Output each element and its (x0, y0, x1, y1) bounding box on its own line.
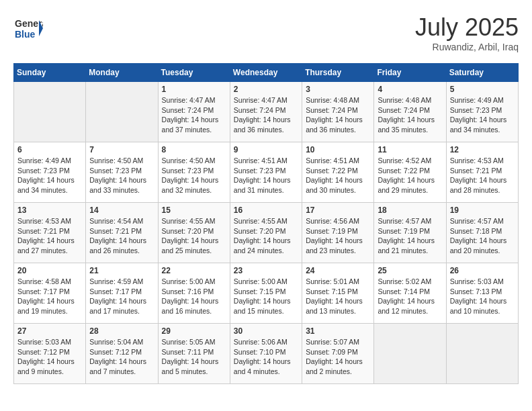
day-cell: 31 Sunrise: 5:07 AM Sunset: 7:09 PM Dayl… (302, 324, 374, 384)
cell-content: Sunrise: 4:48 AM Sunset: 7:24 PM Dayligh… (306, 95, 370, 135)
header-cell-tuesday: Tuesday (158, 64, 230, 82)
day-cell: 4 Sunrise: 4:48 AM Sunset: 7:24 PM Dayli… (374, 82, 446, 142)
cell-content: Sunrise: 5:02 AM Sunset: 7:14 PM Dayligh… (378, 277, 442, 316)
svg-text:Blue: Blue (15, 29, 36, 40)
day-cell: 2 Sunrise: 4:47 AM Sunset: 7:24 PM Dayli… (230, 82, 302, 142)
day-number: 12 (450, 145, 515, 154)
day-cell: 7 Sunrise: 4:50 AM Sunset: 7:23 PM Dayli… (86, 142, 158, 203)
header-cell-wednesday: Wednesday (230, 64, 302, 82)
day-cell: 24 Sunrise: 5:01 AM Sunset: 7:15 PM Dayl… (302, 263, 374, 324)
day-number: 11 (378, 145, 442, 154)
day-cell: 14 Sunrise: 4:54 AM Sunset: 7:21 PM Dayl… (86, 203, 158, 263)
header-cell-thursday: Thursday (302, 64, 374, 82)
month-title: July 2025 (415, 13, 519, 42)
svg-text:General: General (15, 18, 43, 29)
day-number: 23 (234, 266, 298, 275)
day-number: 14 (89, 205, 154, 215)
day-number: 24 (306, 266, 370, 275)
day-cell: 8 Sunrise: 4:50 AM Sunset: 7:23 PM Dayli… (158, 142, 230, 203)
cell-content: Sunrise: 4:57 AM Sunset: 7:19 PM Dayligh… (378, 216, 442, 256)
day-number: 20 (17, 266, 82, 275)
day-number: 15 (162, 205, 226, 215)
day-number: 4 (378, 85, 442, 94)
week-row-2: 6 Sunrise: 4:49 AM Sunset: 7:23 PM Dayli… (14, 142, 519, 203)
header-row: SundayMondayTuesdayWednesdayThursdayFrid… (14, 64, 519, 82)
day-number: 1 (162, 85, 226, 94)
day-number: 5 (450, 85, 515, 94)
cell-content: Sunrise: 5:05 AM Sunset: 7:11 PM Dayligh… (162, 337, 226, 377)
day-number: 29 (162, 326, 226, 336)
day-cell (86, 82, 158, 142)
day-cell: 6 Sunrise: 4:49 AM Sunset: 7:23 PM Dayli… (14, 142, 86, 203)
day-cell: 18 Sunrise: 4:57 AM Sunset: 7:19 PM Dayl… (374, 203, 446, 263)
cell-content: Sunrise: 5:01 AM Sunset: 7:15 PM Dayligh… (306, 277, 370, 316)
day-cell: 12 Sunrise: 4:53 AM Sunset: 7:21 PM Dayl… (446, 142, 518, 203)
day-cell: 26 Sunrise: 5:03 AM Sunset: 7:13 PM Dayl… (446, 263, 518, 324)
day-cell: 25 Sunrise: 5:02 AM Sunset: 7:14 PM Dayl… (374, 263, 446, 324)
cell-content: Sunrise: 5:00 AM Sunset: 7:15 PM Dayligh… (234, 277, 298, 316)
cell-content: Sunrise: 4:59 AM Sunset: 7:17 PM Dayligh… (89, 277, 154, 316)
day-number: 25 (378, 266, 442, 275)
day-number: 8 (162, 145, 226, 154)
page-header: General Blue July 2025 Ruwandiz, Arbil, … (13, 13, 519, 52)
day-number: 13 (17, 205, 82, 215)
week-row-3: 13 Sunrise: 4:53 AM Sunset: 7:21 PM Dayl… (14, 203, 519, 263)
day-cell: 9 Sunrise: 4:51 AM Sunset: 7:23 PM Dayli… (230, 142, 302, 203)
day-cell: 15 Sunrise: 4:55 AM Sunset: 7:20 PM Dayl… (158, 203, 230, 263)
cell-content: Sunrise: 4:57 AM Sunset: 7:18 PM Dayligh… (450, 216, 515, 256)
cell-content: Sunrise: 4:50 AM Sunset: 7:23 PM Dayligh… (89, 156, 154, 195)
header-cell-friday: Friday (374, 64, 446, 82)
calendar-body: 1 Sunrise: 4:47 AM Sunset: 7:24 PM Dayli… (14, 82, 519, 384)
day-number: 26 (450, 266, 515, 275)
day-cell (446, 324, 518, 384)
day-cell: 10 Sunrise: 4:51 AM Sunset: 7:22 PM Dayl… (302, 142, 374, 203)
cell-content: Sunrise: 5:04 AM Sunset: 7:12 PM Dayligh… (89, 337, 154, 377)
cell-content: Sunrise: 4:55 AM Sunset: 7:20 PM Dayligh… (234, 216, 298, 256)
cell-content: Sunrise: 5:06 AM Sunset: 7:10 PM Dayligh… (234, 337, 298, 377)
cell-content: Sunrise: 4:55 AM Sunset: 7:20 PM Dayligh… (162, 216, 226, 256)
location: Ruwandiz, Arbil, Iraq (415, 42, 519, 52)
day-number: 31 (306, 326, 370, 336)
header-cell-monday: Monday (86, 64, 158, 82)
cell-content: Sunrise: 4:51 AM Sunset: 7:22 PM Dayligh… (306, 156, 370, 195)
cell-content: Sunrise: 4:52 AM Sunset: 7:22 PM Dayligh… (378, 156, 442, 195)
day-cell: 30 Sunrise: 5:06 AM Sunset: 7:10 PM Dayl… (230, 324, 302, 384)
day-cell: 28 Sunrise: 5:04 AM Sunset: 7:12 PM Dayl… (86, 324, 158, 384)
day-cell: 21 Sunrise: 4:59 AM Sunset: 7:17 PM Dayl… (86, 263, 158, 324)
cell-content: Sunrise: 4:51 AM Sunset: 7:23 PM Dayligh… (234, 156, 298, 195)
day-number: 30 (234, 326, 298, 336)
day-number: 10 (306, 145, 370, 154)
cell-content: Sunrise: 5:00 AM Sunset: 7:16 PM Dayligh… (162, 277, 226, 316)
logo-mark: General Blue (13, 13, 43, 46)
header-cell-saturday: Saturday (446, 64, 518, 82)
day-number: 22 (162, 266, 226, 275)
day-number: 9 (234, 145, 298, 154)
day-cell: 27 Sunrise: 5:03 AM Sunset: 7:12 PM Dayl… (14, 324, 86, 384)
day-cell: 16 Sunrise: 4:55 AM Sunset: 7:20 PM Dayl… (230, 203, 302, 263)
day-cell: 5 Sunrise: 4:49 AM Sunset: 7:23 PM Dayli… (446, 82, 518, 142)
day-number: 3 (306, 85, 370, 94)
calendar-header: SundayMondayTuesdayWednesdayThursdayFrid… (14, 64, 519, 82)
day-number: 19 (450, 205, 515, 215)
day-number: 18 (378, 205, 442, 215)
week-row-1: 1 Sunrise: 4:47 AM Sunset: 7:24 PM Dayli… (14, 82, 519, 142)
logo: General Blue (13, 13, 43, 46)
day-number: 6 (17, 145, 82, 154)
day-cell: 22 Sunrise: 5:00 AM Sunset: 7:16 PM Dayl… (158, 263, 230, 324)
cell-content: Sunrise: 4:53 AM Sunset: 7:21 PM Dayligh… (450, 156, 515, 195)
day-cell: 29 Sunrise: 5:05 AM Sunset: 7:11 PM Dayl… (158, 324, 230, 384)
day-number: 21 (89, 266, 154, 275)
day-cell (14, 82, 86, 142)
header-cell-sunday: Sunday (14, 64, 86, 82)
cell-content: Sunrise: 4:47 AM Sunset: 7:24 PM Dayligh… (162, 95, 226, 135)
day-cell: 17 Sunrise: 4:56 AM Sunset: 7:19 PM Dayl… (302, 203, 374, 263)
calendar-table: SundayMondayTuesdayWednesdayThursdayFrid… (13, 63, 519, 384)
day-cell: 1 Sunrise: 4:47 AM Sunset: 7:24 PM Dayli… (158, 82, 230, 142)
day-cell (374, 324, 446, 384)
cell-content: Sunrise: 4:53 AM Sunset: 7:21 PM Dayligh… (17, 216, 82, 256)
week-row-4: 20 Sunrise: 4:58 AM Sunset: 7:17 PM Dayl… (14, 263, 519, 324)
day-cell: 19 Sunrise: 4:57 AM Sunset: 7:18 PM Dayl… (446, 203, 518, 263)
cell-content: Sunrise: 4:50 AM Sunset: 7:23 PM Dayligh… (162, 156, 226, 195)
cell-content: Sunrise: 4:58 AM Sunset: 7:17 PM Dayligh… (17, 277, 82, 316)
title-block: July 2025 Ruwandiz, Arbil, Iraq (415, 13, 519, 52)
